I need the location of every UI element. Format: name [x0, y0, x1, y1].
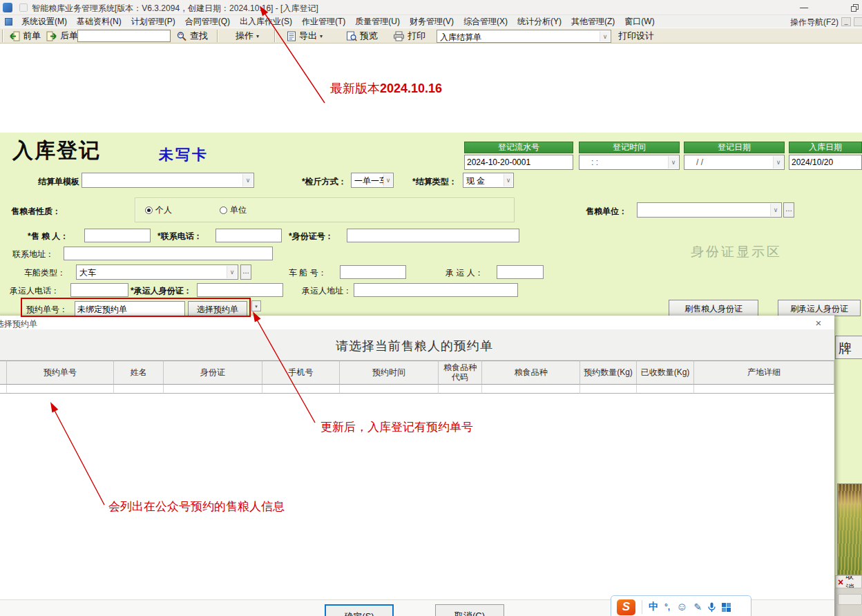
ime-toolbox-icon[interactable]: [722, 603, 731, 612]
table-cell[interactable]: [637, 385, 694, 394]
menu-item[interactable]: 质量管理(U): [350, 15, 405, 28]
carrier-phone-input[interactable]: [70, 283, 128, 297]
menu-item[interactable]: 出入库作业(S): [235, 15, 297, 28]
table-cell[interactable]: [7, 385, 114, 394]
print-button[interactable]: 打印: [391, 29, 428, 43]
ime-chinese-mode-icon[interactable]: 中: [649, 601, 658, 613]
plate-button-partial[interactable]: 牌: [835, 336, 862, 359]
column-header[interactable]: 预约单号: [7, 360, 114, 385]
menubar: 系统设置(M)基础资料(N)计划管理(P)合同管理(Q)出入库作业(S)作业管理…: [0, 15, 862, 28]
seller-nature-label: 售粮者性质：: [11, 206, 61, 218]
preview-button[interactable]: 预览: [344, 29, 380, 43]
menu-item[interactable]: 合同管理(Q): [180, 15, 235, 28]
vehicle-type-select[interactable]: 大车 ∨: [76, 264, 238, 280]
ime-toolbar[interactable]: S 中 °, ☺ ✎: [611, 595, 751, 616]
table-row[interactable]: [0, 385, 834, 394]
table-cell[interactable]: [694, 385, 834, 394]
id-number-input[interactable]: [347, 229, 519, 242]
scrollbar-thumb[interactable]: [838, 594, 862, 605]
seller-unit-browse-button[interactable]: …: [783, 202, 794, 218]
seller-unit-select[interactable]: ∨: [637, 202, 782, 218]
ime-emoji-icon[interactable]: ☺: [676, 601, 687, 613]
cancel-x-icon: ×: [838, 577, 843, 588]
radio-unit[interactable]: 单位: [220, 204, 247, 216]
carrier-id-input[interactable]: [197, 283, 283, 297]
reservation-no-input[interactable]: 未绑定预约单: [75, 301, 185, 316]
scan-carrier-id-button[interactable]: 刷承运人身份证: [778, 300, 861, 316]
ok-button[interactable]: 确定(S): [325, 604, 394, 616]
seller-name-input[interactable]: [84, 229, 151, 242]
prev-record-button[interactable]: 前单: [7, 29, 43, 43]
dialog-close-button[interactable]: ×: [812, 317, 825, 329]
find-icon: [176, 31, 187, 41]
ime-handwriting-icon[interactable]: ✎: [693, 601, 702, 613]
cancel-button[interactable]: 取消(C): [435, 604, 504, 616]
vehicle-type-browse-button[interactable]: …: [240, 264, 251, 280]
report-template-select[interactable]: 入库结算单 ∨: [437, 30, 611, 43]
table-cell[interactable]: [580, 385, 637, 394]
print-design-button[interactable]: 打印设计: [616, 29, 656, 43]
vehicle-no-input[interactable]: [340, 265, 406, 279]
mdi-minimize-button[interactable]: _: [841, 17, 851, 26]
menu-item[interactable]: 计划管理(P): [126, 15, 180, 28]
menu-item[interactable]: 统计分析(Y): [513, 15, 566, 28]
side-cancel-button[interactable]: × 取消: [835, 575, 862, 588]
table-cell[interactable]: [262, 385, 340, 394]
register-date-select[interactable]: / / ∨: [684, 155, 785, 170]
weigh-mode-select[interactable]: 一单一车 ∨: [351, 173, 394, 188]
column-header[interactable]: 粮食品种 代码: [439, 360, 482, 385]
next-record-button[interactable]: 后单: [44, 29, 80, 43]
menu-item[interactable]: 系统设置(M): [17, 15, 72, 28]
column-header[interactable]: 预约时间: [340, 360, 439, 385]
carrier-address-input[interactable]: [354, 283, 518, 297]
operation-nav-label[interactable]: 操作导航(F2): [790, 17, 839, 28]
contact-address-input[interactable]: [64, 247, 273, 260]
choose-reservation-button[interactable]: 选择预约单: [188, 301, 247, 316]
table-cell[interactable]: [114, 385, 164, 394]
table-cell[interactable]: [340, 385, 439, 394]
menu-item[interactable]: 窗口(W): [620, 15, 659, 28]
column-header[interactable]: 手机号: [262, 360, 340, 385]
column-header[interactable]: 姓名: [114, 360, 164, 385]
menu-item[interactable]: 基础资料(N): [72, 15, 126, 28]
mdi-restore-button[interactable]: [854, 17, 862, 26]
settle-type-select[interactable]: 现 金 ∨: [463, 173, 514, 188]
print-design-label: 打印设计: [618, 30, 654, 42]
restore-button[interactable]: [844, 0, 862, 15]
menu-item[interactable]: 财务管理(V): [405, 15, 459, 28]
table-cell[interactable]: [164, 385, 262, 394]
carrier-input[interactable]: [497, 265, 544, 279]
contact-phone-input[interactable]: [216, 229, 282, 242]
ime-microphone-icon[interactable]: [708, 602, 716, 613]
table-cell[interactable]: [0, 385, 7, 394]
entry-date-input[interactable]: 2024/10/20: [789, 155, 862, 170]
choose-reservation-dialog: 选择预约单 × 请选择当前售粮人的预约单 预约单号姓名身份证手机号预约时间粮食品…: [0, 316, 834, 616]
menu-item[interactable]: 作业管理(T): [297, 15, 350, 28]
preview-icon: [346, 31, 357, 41]
ime-punctuation-icon[interactable]: °,: [664, 602, 670, 612]
operate-menu-button[interactable]: 操作 ▾: [228, 29, 267, 43]
menu-item[interactable]: 其他管理(Z): [566, 15, 620, 28]
table-cell[interactable]: [439, 385, 482, 394]
export-button[interactable]: 导出 ▾: [285, 29, 325, 43]
column-header[interactable]: 已收数量(Kg): [637, 360, 694, 385]
settlement-template-select[interactable]: ∨: [82, 173, 254, 188]
chevron-down-icon: ∨: [773, 156, 783, 169]
find-button[interactable]: 查找: [174, 29, 210, 43]
column-header[interactable]: 身份证: [164, 360, 262, 385]
column-header[interactable]: 预约数量(Kg): [580, 360, 637, 385]
serial-number-input[interactable]: 2024-10-20-0001: [464, 155, 573, 170]
chevron-down-icon: ∨: [668, 156, 678, 169]
reservation-dropdown-button[interactable]: ▾: [251, 300, 261, 311]
menu-item[interactable]: 综合管理(X): [459, 15, 513, 28]
sogou-logo-icon[interactable]: S: [617, 599, 635, 615]
mdi-child-icon: [5, 18, 12, 26]
column-header[interactable]: 产地详细: [694, 360, 834, 385]
minimize-button[interactable]: —: [793, 0, 815, 15]
column-header[interactable]: 粮食品种: [482, 360, 580, 385]
search-input[interactable]: [77, 30, 171, 42]
register-time-select[interactable]: : : ∨: [579, 155, 680, 170]
radio-personal[interactable]: 个人: [145, 204, 172, 216]
table-cell[interactable]: [482, 385, 580, 394]
scan-seller-id-button[interactable]: 刷售粮人身份证: [669, 300, 758, 316]
